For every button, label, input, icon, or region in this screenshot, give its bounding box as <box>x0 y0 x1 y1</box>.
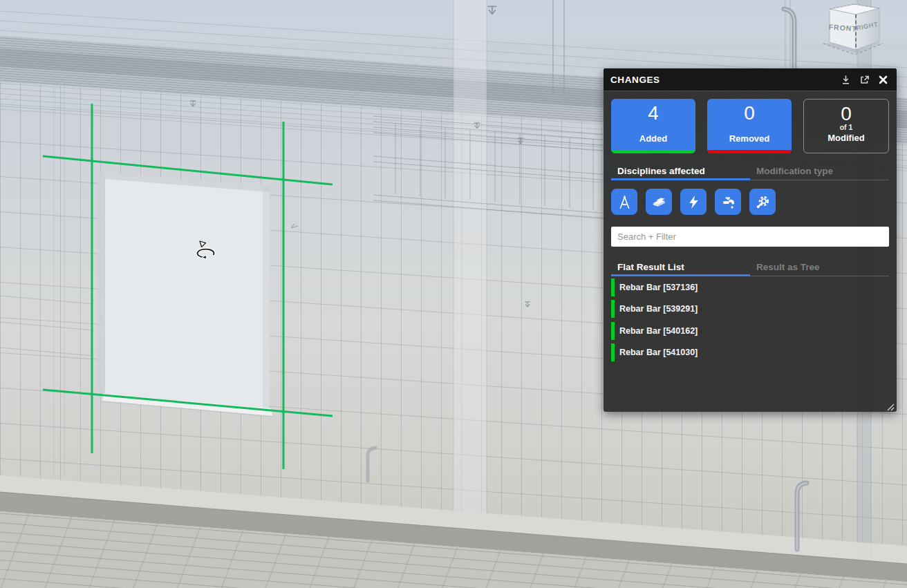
window-opening <box>97 171 272 417</box>
modified-label: Modified <box>827 133 864 143</box>
discipline-button-architecture[interactable] <box>611 189 637 215</box>
added-status-bar <box>611 322 615 340</box>
modified-sub: of 1 <box>840 124 853 131</box>
discipline-button-electrical[interactable] <box>680 189 707 215</box>
added-status-bar <box>611 343 615 361</box>
added-label: Added <box>639 133 667 144</box>
added-status-bar <box>611 278 615 296</box>
summary-cards: 4 Added 0 Removed 0 of 1 Modified <box>611 99 889 153</box>
result-item[interactable]: Rebar Bar [541030] <box>611 342 889 364</box>
result-tabs: Flat Result List Result as Tree <box>611 260 889 276</box>
discipline-button-structural[interactable] <box>646 189 672 215</box>
result-item[interactable]: Rebar Bar [537136] <box>611 276 889 298</box>
result-item[interactable]: Rebar Bar [540162] <box>611 320 889 342</box>
panel-resize-handle[interactable] <box>886 401 895 410</box>
filter-tabs: Disciplines affected Modification type <box>611 164 889 180</box>
search-input[interactable] <box>611 227 889 247</box>
changes-panel: CHANGES 4 Added 0 Removed <box>604 68 897 412</box>
discipline-button-plumbing[interactable] <box>715 189 741 215</box>
tab-flat-result-list[interactable]: Flat Result List <box>611 260 750 276</box>
tab-disciplines-affected[interactable]: Disciplines affected <box>611 164 750 180</box>
added-count: 4 <box>648 103 659 123</box>
added-status-bar <box>611 300 615 318</box>
removed-card[interactable]: 0 Removed <box>707 99 792 153</box>
result-item[interactable]: Rebar Bar [539291] <box>611 298 889 321</box>
discipline-button-mechanical[interactable] <box>749 189 776 215</box>
tab-result-as-tree[interactable]: Result as Tree <box>750 260 889 276</box>
gear-wrench-icon <box>755 194 771 210</box>
lightning-bolt-icon <box>686 194 702 210</box>
discipline-filter-row <box>611 189 889 215</box>
removed-label: Removed <box>729 133 770 144</box>
download-icon[interactable] <box>840 74 851 85</box>
steel-beam-icon <box>651 194 667 210</box>
modified-count: 0 <box>841 104 852 124</box>
added-card[interactable]: 4 Added <box>611 99 695 153</box>
view-cube[interactable]: FRONT RIGHT <box>819 1 902 64</box>
close-icon[interactable] <box>877 74 888 85</box>
removed-count: 0 <box>744 103 755 123</box>
result-list: Rebar Bar [537136] Rebar Bar [539291] Re… <box>611 276 889 363</box>
compass-icon <box>617 194 633 210</box>
search-wrap <box>611 227 889 247</box>
modified-card[interactable]: 0 of 1 Modified <box>803 99 889 153</box>
open-external-icon[interactable] <box>859 74 870 85</box>
added-accent-strip <box>611 150 695 153</box>
faucet-icon <box>720 194 736 210</box>
panel-title: CHANGES <box>610 75 840 85</box>
removed-accent-strip <box>707 150 792 153</box>
changes-panel-header[interactable]: CHANGES <box>604 68 897 91</box>
tab-modification-type[interactable]: Modification type <box>750 164 889 180</box>
